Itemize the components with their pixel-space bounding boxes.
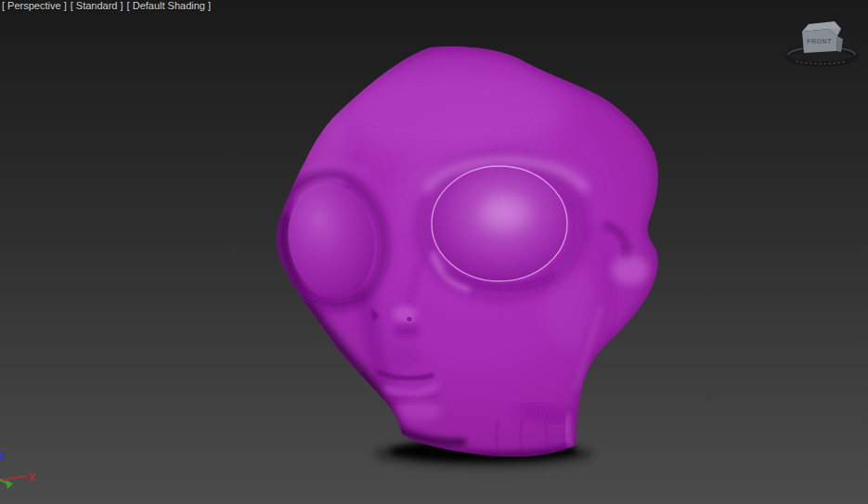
- viewport-shading-label[interactable]: [ Default Shading ]: [127, 0, 212, 12]
- viewcube-cube[interactable]: FRONT: [802, 21, 843, 53]
- axis-x-line: [0, 476, 27, 481]
- viewport-renderer-label[interactable]: [ Standard ]: [71, 0, 123, 12]
- right-eye: [420, 159, 589, 292]
- viewcube-front-label: FRONT: [807, 38, 832, 45]
- viewport-canvas[interactable]: FRONT Z X: [0, 0, 868, 504]
- axis-tripod: Z X: [0, 451, 35, 489]
- viewport-pov-label[interactable]: [ Perspective ]: [2, 0, 67, 12]
- viewport-label-bar: [ Perspective ] [ Standard ] [ Default S…: [2, 0, 211, 12]
- nostril: [407, 317, 413, 323]
- axis-x-label: X: [28, 472, 35, 483]
- axis-z-label: Z: [0, 451, 5, 461]
- viewport[interactable]: [ Perspective ] [ Standard ] [ Default S…: [0, 0, 868, 504]
- alien-head-model[interactable]: [267, 46, 658, 457]
- axis-y-arrowhead: [6, 480, 13, 489]
- viewcube[interactable]: FRONT: [787, 21, 856, 64]
